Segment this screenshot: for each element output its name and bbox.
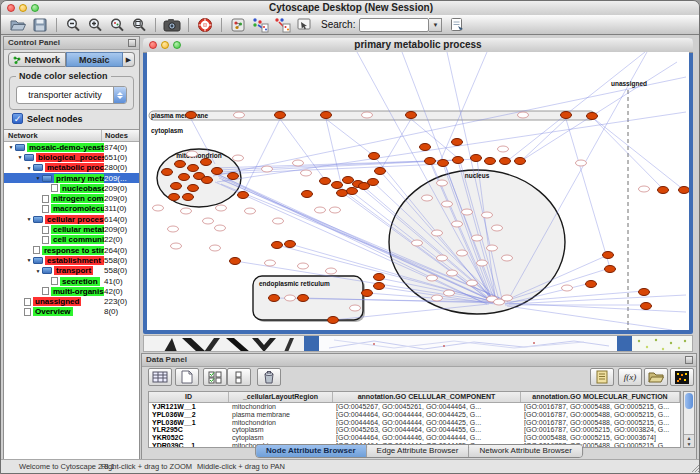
gene-node-highlighted[interactable] [453, 157, 464, 164]
table-row[interactable]: YPL036W__2plasma membrane[GO:0044464, GO… [149, 411, 680, 419]
search-dropdown-arrow-icon[interactable]: ▼ [429, 18, 442, 32]
gene-node-highlighted[interactable] [368, 179, 379, 186]
table-row[interactable]: YLR295Ccytoplasm[GO:0045263, GO:0044464,… [149, 426, 680, 434]
expander-icon[interactable]: ▼ [25, 257, 33, 263]
gene-node-unselected[interactable] [285, 295, 296, 301]
gene-node-highlighted[interactable] [183, 194, 194, 201]
annotation-icon[interactable] [293, 16, 315, 34]
gene-node-unselected[interactable] [576, 160, 587, 166]
gene-node-highlighted[interactable] [515, 158, 526, 165]
edge[interactable] [506, 52, 645, 162]
gene-node-unselected[interactable] [326, 268, 337, 274]
gene-node-highlighted[interactable] [186, 112, 197, 119]
more-tabs-arrow-icon[interactable]: ▶ [123, 52, 135, 67]
heatmap-icon[interactable] [670, 368, 694, 386]
gene-node-unselected[interactable] [427, 275, 438, 281]
gene-node-highlighted[interactable] [272, 242, 283, 249]
gene-node-highlighted[interactable] [641, 303, 652, 310]
gene-node-highlighted[interactable] [238, 192, 249, 199]
table-row[interactable]: YKR052Ccytoplasm[GO:0044464, GO:0044446,… [149, 434, 680, 442]
gene-node-highlighted[interactable] [561, 112, 572, 119]
gene-node-highlighted[interactable] [230, 258, 241, 265]
gene-node-unselected[interactable] [315, 207, 326, 213]
edge[interactable] [503, 303, 686, 312]
tab-network-attribute-browser[interactable]: Network Attribute Browser [469, 445, 581, 457]
gene-node-unselected[interactable] [181, 208, 192, 214]
gene-node-highlighted[interactable] [471, 155, 482, 162]
gene-node-highlighted[interactable] [406, 112, 417, 119]
gene-node-highlighted[interactable] [438, 160, 449, 167]
node-color-dropdown[interactable]: transporter activity [16, 86, 127, 104]
gene-node-highlighted[interactable] [320, 178, 331, 185]
gene-node-unselected[interactable] [234, 112, 245, 118]
gene-node-unselected[interactable] [153, 205, 164, 211]
tree-item-macromolecule[interactable]: macromolecule311(0) [4, 204, 139, 214]
gene-node-unselected[interactable] [437, 180, 448, 186]
zoom-in-icon[interactable] [84, 16, 106, 34]
column-header[interactable]: annotation.GO CELLULAR_COMPONENT [333, 392, 521, 402]
gene-node-unselected[interactable] [472, 235, 483, 241]
table-scrollbar[interactable]: ▲▼ [683, 391, 695, 448]
gene-node-highlighted[interactable] [374, 274, 385, 281]
gene-node-unselected[interactable] [216, 205, 227, 211]
edge[interactable] [592, 117, 684, 190]
gene-node-highlighted[interactable] [275, 112, 286, 119]
edge[interactable] [213, 77, 686, 176]
gene-node-highlighted[interactable] [485, 158, 496, 165]
resize-grip[interactable] [690, 462, 700, 472]
tree-item-response-to-stimulu[interactable]: response to stimulu264(0) [4, 245, 139, 255]
gene-node-highlighted[interactable] [332, 182, 343, 189]
tree-item-biological-process[interactable]: ▼biological_process651(0) [4, 152, 139, 162]
tree-item-establishment-of-lo[interactable]: ▼establishment of lo558(0) [4, 255, 139, 265]
gene-node-unselected[interactable] [245, 208, 256, 214]
tree-item-cellular-process[interactable]: ▼cellular process614(0) [4, 214, 139, 224]
gene-node-highlighted[interactable] [343, 177, 354, 184]
zoom-out-icon[interactable] [62, 16, 84, 34]
gene-node-unselected[interactable] [273, 218, 284, 224]
gene-node-highlighted[interactable] [175, 161, 186, 168]
gene-node-highlighted[interactable] [500, 158, 511, 165]
open-file-icon[interactable] [7, 16, 29, 34]
float-data-panel-icon[interactable] [685, 356, 693, 364]
tree-item-unassigned[interactable]: unassigned223(0) [4, 296, 139, 306]
gene-node-unselected[interactable] [447, 270, 458, 276]
gene-node-highlighted[interactable] [639, 289, 650, 296]
apply-layout-1-icon[interactable] [249, 16, 271, 34]
tree-item-secretion[interactable]: secretion41(0) [4, 276, 139, 286]
gene-node-unselected[interactable] [298, 263, 309, 269]
gene-node-unselected[interactable] [502, 255, 513, 261]
gene-node-unselected[interactable] [492, 225, 503, 231]
new-attribute-icon[interactable] [175, 368, 199, 386]
gene-node-highlighted[interactable] [285, 241, 296, 248]
gene-node-highlighted[interactable] [321, 112, 332, 119]
edge[interactable] [217, 112, 686, 182]
tree-item-mosaic-demo-yeast[interactable]: ▼mosaic-demo-yeast874(0) [4, 142, 139, 152]
gene-node-unselected[interactable] [498, 146, 509, 152]
tree-header-network[interactable]: Network [4, 130, 102, 141]
gene-node-highlighted[interactable] [201, 159, 212, 166]
gene-node-highlighted[interactable] [188, 165, 199, 172]
tree-item-cell-communicat[interactable]: cell communicat22(0) [4, 235, 139, 245]
tab-network[interactable]: Network [8, 52, 66, 67]
column-header[interactable]: annotation.GO MOLECULAR_FUNCTION [521, 392, 680, 402]
network-snapshot-icon[interactable] [161, 16, 183, 34]
tree-item-transport[interactable]: ▼transport558(0) [4, 266, 139, 276]
gene-node-highlighted[interactable] [162, 169, 173, 176]
gene-node-unselected[interactable] [362, 112, 373, 118]
gene-node-unselected[interactable] [187, 151, 198, 157]
apply-layout-2-icon[interactable] [271, 16, 293, 34]
gene-node-unselected[interactable] [432, 295, 443, 301]
network-canvas[interactable]: plasma membrane cytoplasm mitochondrion … [147, 52, 689, 330]
gene-node-highlighted[interactable] [337, 190, 348, 197]
gene-node-unselected[interactable] [265, 260, 276, 266]
gene-node-highlighted[interactable] [269, 295, 280, 302]
gene-node-highlighted[interactable] [605, 266, 616, 273]
edge[interactable] [243, 119, 280, 193]
gene-node-highlighted[interactable] [169, 194, 180, 201]
expander-icon[interactable]: ▼ [25, 216, 33, 222]
gene-node-highlighted[interactable] [328, 317, 339, 324]
tree-item-metabolic-process[interactable]: ▼metabolic process280(0) [4, 163, 139, 173]
gene-node-highlighted[interactable] [425, 158, 436, 165]
gene-node-unselected[interactable] [457, 250, 468, 256]
expander-icon[interactable]: ▼ [34, 268, 42, 274]
